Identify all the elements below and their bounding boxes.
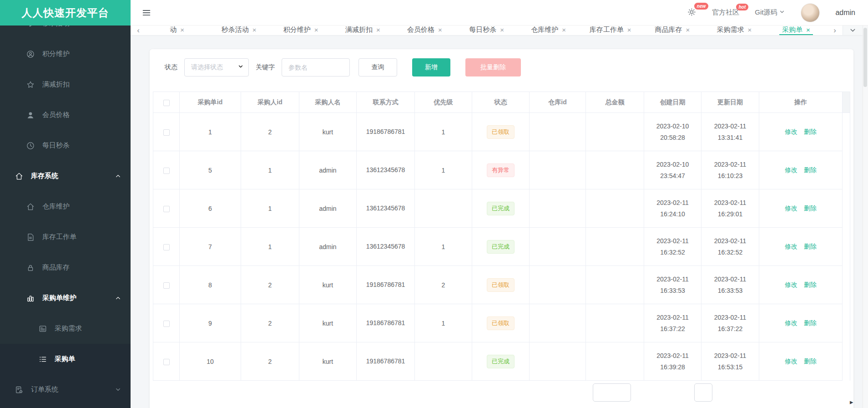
sidebar-item-库存工作单[interactable]: 库存工作单 bbox=[0, 222, 131, 252]
cell-amount bbox=[586, 266, 644, 304]
edit-link[interactable]: 修改 bbox=[785, 281, 797, 288]
status-select[interactable]: 请选择状态 bbox=[184, 58, 249, 76]
tab-close-icon[interactable]: × bbox=[500, 26, 504, 33]
app-logo[interactable]: 人人快速开发平台 bbox=[0, 0, 131, 26]
add-button[interactable]: 新增 bbox=[412, 58, 450, 76]
tab-close-icon[interactable]: × bbox=[252, 26, 257, 33]
row-checkbox[interactable] bbox=[163, 129, 170, 136]
row-checkbox[interactable] bbox=[163, 282, 170, 289]
tab-采购需求[interactable]: 采购需求× bbox=[703, 26, 765, 35]
clock-icon bbox=[26, 141, 35, 150]
cell-updated-date: 2023-02-1116:10:23 bbox=[701, 151, 759, 189]
scroll-corner-icon: ▸ bbox=[850, 398, 853, 406]
sidebar-item-采购需求[interactable]: 采购需求 bbox=[0, 313, 131, 344]
document-icon bbox=[26, 233, 35, 242]
sidebar-item-积分维护[interactable]: 积分维护 bbox=[0, 39, 131, 69]
tab-仓库维护[interactable]: 仓库维护× bbox=[518, 26, 580, 35]
tab-close-icon[interactable]: × bbox=[438, 26, 442, 33]
tabs-more-dropdown[interactable] bbox=[843, 26, 863, 35]
cell-updated-date: 2023-02-1113:31:41 bbox=[701, 113, 759, 151]
tabs-scroll-right-icon[interactable]: › bbox=[827, 26, 843, 35]
sidebar-item-库存系统[interactable]: 库存系统 bbox=[0, 161, 131, 191]
delete-link[interactable]: 删除 bbox=[804, 319, 817, 326]
cell-amount bbox=[586, 113, 644, 151]
delete-link[interactable]: 删除 bbox=[804, 357, 817, 365]
cell-priority bbox=[415, 342, 472, 381]
row-checkbox[interactable] bbox=[163, 168, 170, 174]
tab-积分维护[interactable]: 积分维护× bbox=[270, 26, 332, 35]
tab-close-icon[interactable]: × bbox=[376, 26, 380, 33]
column-header-联系方式: 联系方式 bbox=[357, 92, 415, 113]
status-badge: 已领取 bbox=[487, 278, 515, 292]
row-checkbox[interactable] bbox=[163, 321, 170, 327]
git-source-link[interactable]: Git源码 bbox=[755, 8, 785, 17]
sidebar-item-秒杀活动[interactable]: 秒杀活动 bbox=[0, 26, 131, 39]
tab-close-icon[interactable]: × bbox=[748, 26, 752, 33]
batch-delete-button[interactable]: 批量删除 bbox=[465, 58, 521, 76]
pagination-jump-input[interactable] bbox=[694, 383, 712, 402]
sidebar-item-每日秒杀[interactable]: 每日秒杀 bbox=[0, 130, 131, 161]
tab-close-icon[interactable]: × bbox=[180, 26, 184, 33]
hamburger-menu-icon[interactable] bbox=[141, 8, 151, 18]
tab-库存工作单[interactable]: 库存工作单× bbox=[580, 26, 641, 35]
cell-buyer-name: kurt bbox=[299, 342, 357, 381]
edit-link[interactable]: 修改 bbox=[785, 319, 797, 326]
sidebar-item-订单系统[interactable]: 订单系统 bbox=[0, 374, 131, 405]
tab-close-icon[interactable]: × bbox=[627, 26, 631, 33]
search-button[interactable]: 查询 bbox=[358, 58, 397, 76]
app-header: 人人快速开发平台 new 官方社区 hot Git源码 admin bbox=[0, 0, 868, 26]
vertical-scrollbar[interactable] bbox=[863, 26, 868, 408]
table-scroll-gutter bbox=[843, 113, 850, 151]
username[interactable]: admin bbox=[835, 9, 855, 17]
delete-link[interactable]: 删除 bbox=[804, 281, 817, 288]
official-community-link[interactable]: 官方社区 hot bbox=[712, 8, 739, 17]
sidebar-item-商品库存[interactable]: 商品库存 bbox=[0, 252, 131, 283]
sidebar-item-用户系统[interactable]: 用户系统 bbox=[0, 405, 131, 408]
scrollbar-thumb[interactable] bbox=[863, 28, 867, 87]
edit-link[interactable]: 修改 bbox=[785, 243, 797, 250]
edit-link[interactable]: 修改 bbox=[785, 357, 797, 365]
sidebar-item-采购单维护[interactable]: 采购单维护 bbox=[0, 283, 131, 313]
pagination-size-select[interactable] bbox=[593, 383, 631, 402]
tab-商品库存[interactable]: 商品库存× bbox=[641, 26, 703, 35]
keyword-input[interactable] bbox=[282, 58, 350, 76]
cell-buyer-id: 2 bbox=[241, 113, 299, 151]
row-checkbox[interactable] bbox=[163, 244, 170, 250]
delete-link[interactable]: 删除 bbox=[804, 166, 817, 173]
row-checkbox[interactable] bbox=[163, 206, 170, 212]
tab-动[interactable]: 动× bbox=[146, 26, 208, 35]
purchase-orders-table: 采购单id采购人id采购人名联系方式优先级状态仓库id总金额创建日期更新日期操作… bbox=[153, 92, 850, 381]
tab-每日秒杀[interactable]: 每日秒杀× bbox=[455, 26, 517, 35]
tab-采购单[interactable]: 采购单× bbox=[765, 26, 827, 35]
tabs-scroll-left-icon[interactable]: ‹ bbox=[131, 26, 146, 35]
column-header-更新日期: 更新日期 bbox=[701, 92, 759, 113]
delete-link[interactable]: 删除 bbox=[804, 243, 817, 250]
delete-link[interactable]: 删除 bbox=[804, 128, 817, 135]
settings-gear-icon[interactable]: new bbox=[687, 7, 696, 18]
tab-秒杀活动[interactable]: 秒杀活动× bbox=[208, 26, 270, 35]
sidebar-item-会员价格[interactable]: 会员价格 bbox=[0, 100, 131, 130]
delete-link[interactable]: 删除 bbox=[804, 204, 817, 212]
hot-badge: hot bbox=[736, 4, 749, 10]
sidebar-item-仓库维护[interactable]: 仓库维护 bbox=[0, 191, 131, 222]
edit-link[interactable]: 修改 bbox=[785, 204, 797, 212]
tab-close-icon[interactable]: × bbox=[562, 26, 566, 33]
tab-close-icon[interactable]: × bbox=[806, 26, 810, 33]
tab-close-icon[interactable]: × bbox=[314, 26, 318, 33]
row-checkbox[interactable] bbox=[163, 359, 170, 365]
tab-满减折扣[interactable]: 满减折扣× bbox=[332, 26, 394, 35]
cell-checkbox bbox=[153, 304, 180, 342]
edit-link[interactable]: 修改 bbox=[785, 166, 797, 173]
sidebar-item-采购单[interactable]: 采购单 bbox=[0, 344, 131, 374]
edit-link[interactable]: 修改 bbox=[785, 128, 797, 135]
cell-status: 已完成 bbox=[472, 189, 530, 228]
tab-close-icon[interactable]: × bbox=[686, 26, 690, 33]
select-all-checkbox[interactable] bbox=[163, 100, 170, 106]
cell-buyer-id: 1 bbox=[241, 228, 299, 266]
table-row: 71admin136123456781已完成2023-02-1116:32:52… bbox=[153, 228, 850, 266]
cell-priority bbox=[415, 189, 472, 228]
tab-会员价格[interactable]: 会员价格× bbox=[394, 26, 455, 35]
sidebar-item-满减折扣[interactable]: 满减折扣 bbox=[0, 69, 131, 100]
avatar[interactable] bbox=[801, 3, 820, 22]
table-scroll-gutter bbox=[843, 151, 850, 189]
